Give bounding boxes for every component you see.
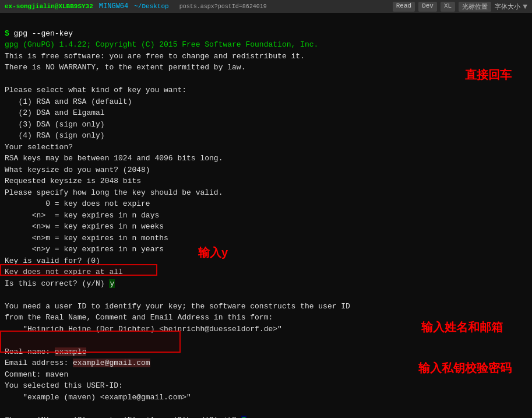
mingw-label: MINGW64: [99, 2, 128, 10]
read-button[interactable]: Read: [393, 2, 415, 12]
dev-button[interactable]: Dev: [418, 2, 437, 12]
line-selection: Your selection?: [5, 143, 73, 152]
command: gpg --gen-key: [14, 29, 73, 38]
font-control: 字体大小 ▼: [495, 2, 527, 12]
line-selected-uid: You selected this USER-ID:: [5, 381, 123, 390]
line-correct: Is this correct? (y/N) y: [5, 279, 115, 288]
terminal-title: ex-songjialin@XLBB9SY32: [5, 3, 93, 10]
line-opt3: (3) DSA (sign only): [5, 120, 105, 129]
line-warranty: There is NO WARRANTY, to the extent perm…: [5, 63, 245, 72]
prompt: $: [5, 29, 14, 38]
line-valid: Key is valid for? (0): [5, 257, 100, 265]
gpg-version-line: gpg (GnuPG) 1.4.22; Copyright (C) 2015 F…: [5, 40, 318, 49]
line-email: Email address: example@gmail.com: [5, 359, 150, 367]
line-expirew: <n>w = key expires in n weeks: [5, 222, 164, 231]
line-opt4: (4) RSA (sign only): [5, 131, 105, 140]
line-free: This is free software: you are free to c…: [5, 52, 305, 61]
line-keysize: What keysize do you want? (2048): [5, 166, 150, 174]
line-opt2: (2) DSA and Elgamal: [5, 108, 105, 117]
line-expirem: <n>m = key expires in n months: [5, 234, 168, 243]
line-rsa-range: RSA keys may be between 1024 and 4096 bi…: [5, 154, 223, 163]
terminal: $ gpg --gen-key gpg (GnuPG) 1.4.22; Copy…: [0, 13, 532, 418]
line-uid-value: "example (maven) <example@gmail.com>": [5, 393, 191, 402]
line-noexpire: Key does not expire at all: [5, 268, 123, 276]
line-specify: Please specify how long the key should b…: [5, 188, 223, 197]
line-userid1: You need a user ID to identify your key;…: [5, 302, 350, 311]
line-expiren: <n> = key expires in n days: [5, 211, 159, 220]
font-label: 字体大小: [495, 2, 520, 11]
xl-button[interactable]: XL: [441, 2, 455, 12]
top-bar: ex-songjialin@XLBB9SY32 MINGW64 ~/Deskto…: [0, 0, 532, 13]
input-y: y: [109, 279, 115, 288]
input-o: O: [241, 416, 247, 419]
line-realname: Real name: example: [5, 347, 86, 356]
line-userid2: from the Real Name, Comment and Email Ad…: [5, 313, 273, 322]
line-change: Change (N)ame, (C)omment, (E)mail or (O)…: [5, 416, 246, 419]
line-opt1: (1) RSA and RSA (default): [5, 97, 132, 106]
line-requested: Requested keysize is 2048 bits: [5, 177, 141, 185]
toolbar-buttons: Read Dev XL 光标位置 字体大小 ▼: [393, 2, 527, 12]
path-label: ~/Desktop: [134, 3, 168, 10]
url-label: posts.aspx?postId=8624019: [179, 3, 267, 10]
line-expire0: 0 = key does not expire: [5, 199, 150, 208]
font-down[interactable]: ▼: [523, 2, 527, 11]
line-example-id: "Heinrich Heine (Der Dichter) <heinrichh…: [5, 325, 282, 333]
line-select-key: Please select what kind of key you want:: [5, 86, 186, 94]
line-comment: Comment: maven: [5, 370, 68, 379]
cursor-button[interactable]: 光标位置: [459, 2, 491, 12]
line-expirey: <n>y = key expires in n years: [5, 245, 164, 254]
